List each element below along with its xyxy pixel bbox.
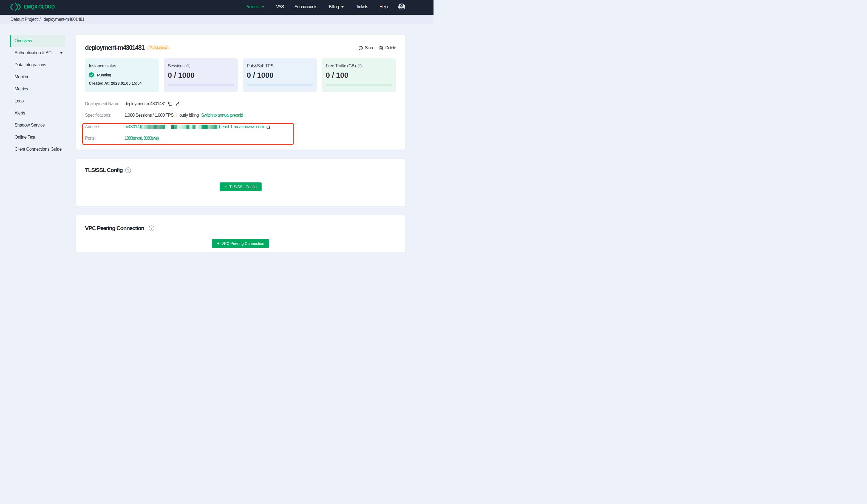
svg-text:?: ? [359,64,360,67]
svg-text:?: ? [188,64,189,67]
svg-text:?: ? [127,168,129,172]
svg-text:?: ? [151,226,152,230]
